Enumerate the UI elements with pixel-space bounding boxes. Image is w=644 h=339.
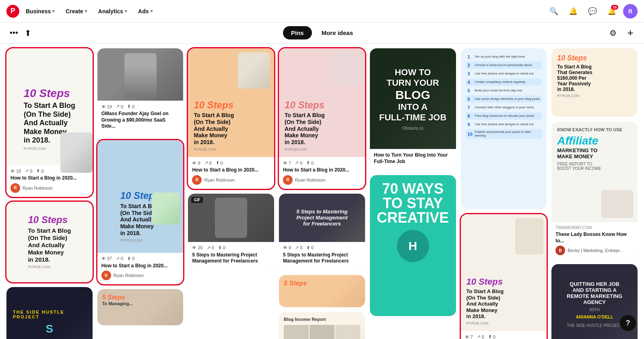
pin-body: How to Turn Your Blog Into Your Full-Tim… (370, 149, 456, 170)
pin-remote-title: QUITTING HER JOBAND STARTING AREMOTE MAR… (567, 281, 622, 305)
pin-steps-title: 10 Steps (466, 277, 541, 287)
pin-know-label: KNOW EXACTLY HOW TO USE (557, 127, 632, 132)
search-button[interactable]: 🔍 (546, 3, 562, 19)
pin-card[interactable]: 5 Steps To Managing... (97, 289, 184, 325)
analytics-label: Analytics (98, 8, 123, 14)
pin-steps-title: 10 Steps (194, 100, 268, 110)
pin-body: 👁7 ↗0 ⬆0 How to Start a Blog in 2020... … (279, 157, 365, 189)
share-count: ⬆0 (306, 245, 314, 250)
pin-card[interactable]: GIF 👁20 ↗0 ⬆0 5 Steps to Mastering Proje… (188, 194, 274, 270)
pin-site: RYROB.COM (194, 147, 268, 151)
pin-meta: B Becky | Marketing, Entrepr... (555, 246, 634, 255)
second-bar: ••• ⬆ Pins More ideas ⚙ + (0, 23, 644, 43)
pin-passive-title: 10 Steps (557, 54, 632, 62)
pin-card[interactable]: 10 Steps To Start A Blog(On The Side)And… (6, 48, 93, 197)
pin-steps-subtitle: To Start A Blog(On The Side)And Actually… (194, 112, 268, 146)
pin-blog-source: Obstacle.co (402, 126, 423, 130)
nav-right: 🔍 🔔 💬 🔔 16 R (546, 3, 638, 19)
save-count: ↗0 (116, 104, 123, 109)
ads-chevron: ▾ (151, 9, 153, 13)
business-nav-btn[interactable]: Business ▾ (21, 5, 59, 18)
view-count: 👁7 (465, 335, 473, 339)
pin-stats: 👁7 ↗0 ⬆0 (465, 334, 543, 339)
pin-stats: 👁7 ↗0 ⬆0 (283, 160, 361, 165)
pin-card[interactable]: 5 Steps (279, 275, 365, 307)
pin-card[interactable]: KNOW EXACTLY HOW TO USE Affiliate MARKET… (551, 122, 638, 259)
author-avatar: R (192, 175, 202, 185)
pins-grid: 10 Steps To Start A Blog(On The Side)And… (0, 43, 644, 339)
message-button[interactable]: 💬 (584, 3, 601, 19)
view-count: 👁18 (10, 169, 21, 174)
save-count: ↗0 (295, 160, 302, 165)
pin-body: 👁19 ↗0 ⬆0 GMass Founder Ajay Goel on Gro… (97, 101, 184, 135)
pin-income-grid (284, 325, 360, 339)
center-tabs: Pins More ideas (283, 26, 361, 39)
pin-card[interactable]: 10 Steps To Start A Blog(On The Side)And… (279, 48, 365, 189)
pin-site: TWINMOMMY.COM (555, 225, 634, 230)
pin-card[interactable]: 10 Steps To Start A BlogThat Generates$1… (551, 48, 638, 117)
pin-card[interactable]: 10 Steps To Start A Blog(On The Side)And… (97, 140, 184, 285)
upload-button[interactable]: ⬆ (21, 25, 35, 41)
pin-card[interactable]: 10 Steps To Start A Blog(On The Side)And… (188, 48, 274, 189)
view-count: 👁19 (101, 104, 112, 109)
help-button[interactable]: ? (620, 315, 636, 331)
share-count: ⬆0 (216, 160, 223, 165)
author-name: Ryan Robinson (114, 273, 144, 278)
create-nav-btn[interactable]: Create ▾ (61, 5, 92, 18)
pin-70ways-title: 70 WAYSTO STAYCREATIVE (377, 182, 449, 225)
nav-left: P Business ▾ Create ▾ Analytics ▾ Ads ▾ (6, 5, 157, 18)
user-avatar[interactable]: R (623, 4, 638, 19)
filter-button[interactable]: ⚙ (606, 25, 620, 41)
save-count: ↗0 (295, 245, 302, 250)
pin-title: How to Start a Blog in 2020... (10, 175, 89, 182)
pin-remote-author: ARIANNA O'DELL (576, 314, 613, 319)
pin-card[interactable]: 5 Steps to MasteringProject Managementfo… (279, 194, 365, 270)
pin-card[interactable]: 10 Steps To Start A Blog(On The Side)And… (461, 214, 547, 339)
pin-body: 👁9 ↗0 ⬆0 How to Start a Blog in 2020... … (188, 157, 274, 189)
pin-card[interactable]: 👁19 ↗0 ⬆0 GMass Founder Ajay Goel on Gro… (97, 48, 184, 135)
notifications-button[interactable]: 🔔 16 (604, 3, 620, 19)
pin-card[interactable]: HOW TOTURN YOURBLOGINTO AFULL-TIME JOB O… (370, 48, 456, 170)
analytics-nav-btn[interactable]: Analytics ▾ (93, 5, 132, 18)
more-ideas-tab[interactable]: More ideas (314, 26, 361, 39)
add-button[interactable]: + (623, 26, 638, 40)
share-count: ⬆0 (488, 334, 495, 339)
business-chevron: ▾ (52, 9, 54, 13)
view-count: 👁20 (192, 245, 202, 250)
view-count: 👁7 (283, 161, 291, 165)
notification-badge: 16 (611, 5, 618, 10)
pin-meta: R Ryan Robinson (101, 271, 180, 280)
pin-site: RYROB.COM (28, 265, 71, 269)
pin-title: How to Start a Blog in 2020... (283, 167, 361, 174)
author-avatar: R (10, 183, 20, 193)
pinterest-logo[interactable]: P (6, 5, 19, 18)
pin-affiliate-title: Affiliate (557, 134, 632, 147)
pin-affiliate-sub: MARKETING TOMAKE MONEY (557, 147, 632, 159)
pin-site: RYROB.COM (120, 238, 161, 242)
pin-affiliate-detail: FREE REPORT TOBOOST YOUR INCOME (557, 162, 632, 171)
bell-button[interactable]: 🔔 (565, 3, 581, 19)
save-count: ↗0 (116, 256, 123, 261)
pin-card[interactable]: 1Set up your blog with the right tools 2… (461, 48, 547, 209)
pin-card[interactable]: THE SIDE HUSTLE PROJECT S 👁3 ↗0 ⬆0 How I… (6, 287, 93, 339)
pin-body: 👁7 ↗0 ⬆0 How to Start a Blog in 2020... … (461, 331, 547, 339)
create-chevron: ▾ (85, 9, 87, 13)
pin-passive-sub: To Start A BlogThat Generates$160,000 Pe… (557, 64, 632, 92)
pin-card[interactable]: Blog Income Report Blog Income Report - … (279, 312, 365, 339)
pin-stats: 👁9 ↗0 ⬆0 (283, 245, 361, 250)
save-count: ↗0 (477, 334, 484, 339)
pin-card[interactable]: 70 WAYSTO STAYCREATIVE H (370, 175, 456, 316)
save-count: ↗0 (204, 160, 212, 165)
share-count: ⬆0 (36, 168, 43, 174)
author-name: Ryan Robinson (23, 186, 53, 190)
pin-stats: 👁19 ↗0 ⬆0 (101, 104, 180, 109)
pin-title: GMass Founder Ajay Goel on Growing a $90… (101, 111, 180, 130)
pin-card[interactable]: 10 Steps To Start A Blog(On The Side)And… (6, 202, 93, 282)
pin-body: TWINMOMMY.COM These Lady Bosses Know How… (551, 222, 638, 259)
ads-nav-btn[interactable]: Ads ▾ (133, 5, 157, 18)
gif-badge: GIF (191, 197, 203, 203)
pin-title: 5 Steps to Mastering Project Management … (192, 252, 270, 265)
more-options-button[interactable]: ••• (6, 25, 21, 41)
share-count: ⬆0 (218, 245, 225, 250)
pins-tab[interactable]: Pins (283, 26, 312, 39)
